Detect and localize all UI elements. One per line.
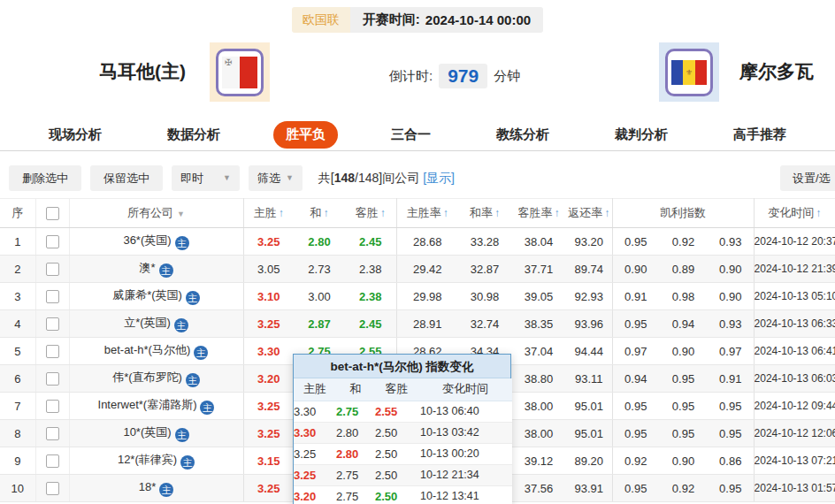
tab-referee-analysis[interactable]: 裁判分析 [602, 121, 680, 149]
change-time: 2024-10-12 09:44 [754, 393, 835, 420]
col-company[interactable]: 所有公司▼ [69, 199, 243, 228]
home-rate: 29.98 [396, 283, 458, 310]
home-odds[interactable]: 3.25 [243, 310, 294, 338]
show-link[interactable]: [显示] [423, 171, 455, 185]
row-checkbox[interactable] [46, 235, 59, 248]
home-odds[interactable]: 3.30 [243, 338, 294, 365]
draw-rate: 30.98 [458, 283, 511, 310]
kelly-away: 0.95 [708, 393, 754, 420]
away-team-name: 摩尔多瓦 [739, 59, 814, 84]
company-name[interactable]: 威廉希*(英国) [112, 288, 182, 302]
kelly-away: 0.86 [708, 447, 754, 475]
col-away-rate[interactable]: 客胜率↑ [511, 199, 566, 228]
odds-history-popup: bet-at-h*(马尔他) 指数变化 主胜 和 客胜 变化时间 3.30 2.… [293, 354, 511, 504]
away-odds[interactable]: 2.45 [345, 310, 396, 338]
row-checkbox[interactable] [46, 345, 59, 358]
away-rate: 39.05 [511, 283, 566, 310]
company-name[interactable]: 12*(菲律宾) [118, 453, 177, 466]
tab-three-in-one[interactable]: 三合一 [379, 121, 443, 149]
kelly-draw: 0.92 [659, 228, 708, 256]
home-odds[interactable]: 3.05 [243, 256, 294, 283]
col-home-odds[interactable]: 主胜↑ [243, 199, 294, 228]
tab-data-analysis[interactable]: 数据分析 [155, 121, 233, 149]
moldova-flag-icon: ⚜ [671, 60, 707, 85]
company-name[interactable]: 18* [139, 480, 157, 493]
kelly-draw: 0.90 [659, 338, 708, 365]
popup-col-time: 变化时间 [418, 378, 512, 401]
change-time: 2024-10-13 05:10 [754, 283, 835, 310]
time-filter-dropdown[interactable]: 即时 ▼ [172, 165, 240, 191]
popup-history-row: 3.20 2.75 2.50 10-12 13:41 [294, 485, 512, 504]
home-team-name: 马耳他(主) [99, 59, 186, 84]
kickoff-label: 开赛时间: [363, 11, 420, 28]
row-number: 1 [0, 228, 35, 256]
col-away-odds[interactable]: 客胜↑ [345, 199, 396, 228]
row-checkbox[interactable] [46, 317, 59, 331]
chevron-down-icon: ▼ [177, 210, 185, 218]
history-change-time: 10-12 13:41 [418, 485, 512, 504]
col-draw-odds[interactable]: 和↑ [294, 199, 345, 228]
select-all-checkbox[interactable] [46, 207, 59, 220]
row-checkbox[interactable] [46, 454, 59, 468]
main-company-icon: 主 [194, 346, 208, 360]
history-away-odds: 2.50 [375, 464, 418, 485]
countdown-label: 倒计时: [389, 68, 433, 85]
home-odds[interactable]: 3.25 [243, 228, 294, 256]
draw-odds[interactable]: 2.80 [294, 228, 345, 256]
away-odds[interactable]: 2.45 [345, 228, 396, 256]
history-away-odds: 2.50 [375, 443, 418, 464]
row-checkbox[interactable] [46, 400, 59, 413]
return-rate: 94.44 [566, 338, 612, 365]
col-change-time[interactable]: 变化时间↑ [754, 199, 835, 228]
company-name[interactable]: 澳* [139, 261, 155, 274]
home-odds[interactable]: 3.10 [243, 283, 294, 310]
row-number: 2 [0, 256, 35, 283]
company-name[interactable]: Interwet*(塞浦路斯) [98, 398, 197, 411]
row-checkbox[interactable] [46, 427, 59, 440]
col-draw-rate[interactable]: 和率↑ [458, 199, 511, 228]
kelly-home: 0.95 [612, 420, 659, 447]
filter-dropdown[interactable]: 筛选 ▼ [249, 165, 303, 191]
tab-win-draw-lose[interactable]: 胜平负 [273, 121, 338, 149]
company-name[interactable]: bet-at-h*(马尔他) [104, 343, 191, 356]
countdown-unit: 分钟 [494, 68, 520, 85]
tab-live-analysis[interactable]: 现场分析 [36, 121, 114, 149]
company-name[interactable]: 立*(英国) [124, 316, 171, 329]
draw-odds[interactable]: 2.87 [294, 310, 345, 338]
row-number: 5 [0, 338, 35, 365]
history-draw-odds: 2.75 [336, 464, 375, 485]
away-odds[interactable]: 2.38 [345, 256, 396, 283]
kelly-home: 0.95 [612, 393, 659, 420]
home-odds[interactable]: 3.25 [243, 393, 294, 420]
tab-expert-picks[interactable]: 高手推荐 [721, 121, 799, 149]
company-name[interactable]: 10*(英国) [123, 425, 171, 439]
col-home-rate[interactable]: 主胜率↑ [396, 199, 458, 228]
col-return-rate[interactable]: 返还率↑ [566, 199, 612, 228]
away-rate: 38.35 [511, 310, 566, 338]
delete-selected-button[interactable]: 删除选中 [9, 165, 81, 191]
row-checkbox[interactable] [46, 263, 59, 276]
row-checkbox[interactable] [46, 482, 59, 495]
settings-button[interactable]: 设置/选 [780, 165, 835, 191]
home-odds[interactable]: 3.25 [243, 475, 294, 502]
company-name[interactable]: 伟*(直布罗陀) [112, 370, 182, 384]
tab-coach-analysis[interactable]: 教练分析 [484, 121, 562, 149]
kelly-away: 0.93 [708, 228, 754, 256]
row-checkbox[interactable] [46, 290, 59, 303]
home-odds[interactable]: 3.20 [243, 365, 294, 393]
keep-selected-button[interactable]: 保留选中 [90, 165, 163, 191]
draw-odds[interactable]: 3.00 [294, 283, 345, 310]
row-checkbox[interactable] [46, 372, 59, 386]
sort-asc-icon: ↑ [555, 207, 560, 219]
kelly-home: 0.95 [612, 475, 659, 502]
away-odds[interactable]: 2.38 [345, 283, 396, 310]
company-name[interactable]: 36*(英国) [123, 233, 171, 247]
away-rate: 37.56 [511, 475, 566, 502]
home-odds[interactable]: 3.25 [243, 420, 294, 447]
popup-col-home: 主胜 [294, 378, 336, 401]
kelly-home: 0.90 [612, 256, 659, 283]
draw-odds[interactable]: 2.73 [294, 256, 345, 283]
main-company-icon: 主 [174, 318, 188, 332]
history-change-time: 10-13 00:20 [418, 443, 512, 464]
home-odds[interactable]: 3.15 [243, 447, 294, 475]
